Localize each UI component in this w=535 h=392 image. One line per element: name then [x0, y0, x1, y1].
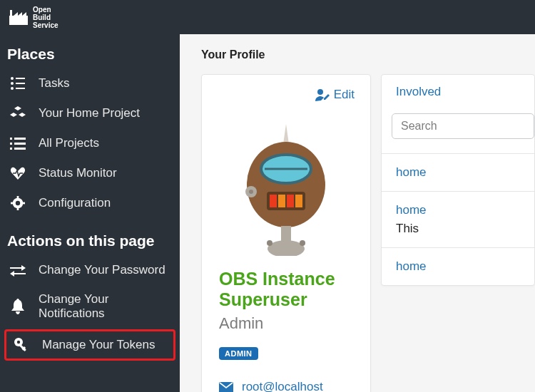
- svg-rect-39: [287, 195, 294, 207]
- sidebar-item-change-password[interactable]: Change Your Password: [0, 255, 180, 285]
- sidebar-section-places: Places: [0, 40, 180, 68]
- highlight-manage-tokens: Manage Your Tokens: [4, 329, 175, 361]
- app-logo-text: Open Build Service: [33, 6, 58, 29]
- svg-point-21: [16, 201, 20, 205]
- project-link[interactable]: home: [396, 165, 534, 180]
- svg-point-7: [11, 82, 14, 85]
- svg-rect-40: [295, 195, 302, 207]
- gear-icon: [10, 195, 26, 211]
- page-title: Your Profile: [201, 48, 535, 61]
- svg-marker-11: [14, 106, 21, 110]
- sidebar-item-label: Your Home Project: [39, 106, 140, 120]
- main-content: Your Profile Edit: [180, 34, 535, 392]
- svg-rect-15: [14, 138, 26, 140]
- svg-rect-6: [16, 78, 25, 79]
- sidebar-item-label: All Projects: [39, 136, 99, 150]
- sidebar-item-label: Configuration: [39, 196, 111, 210]
- topbar: Open Build Service: [0, 0, 535, 34]
- svg-rect-8: [16, 83, 25, 84]
- svg-marker-13: [19, 113, 26, 117]
- sidebar-item-label: Tasks: [39, 76, 69, 91]
- svg-point-44: [300, 240, 305, 246]
- exchange-icon: [10, 262, 26, 278]
- sidebar: Places Tasks Your Home Project All Proje…: [0, 34, 180, 392]
- heartbeat-icon: [10, 165, 26, 181]
- svg-rect-16: [10, 143, 12, 145]
- sidebar-item-change-notifications[interactable]: Change Your Notifications: [0, 285, 180, 328]
- svg-rect-24: [11, 202, 14, 205]
- svg-rect-10: [16, 88, 25, 89]
- cubes-icon: [10, 105, 26, 121]
- svg-rect-38: [278, 195, 285, 207]
- svg-point-46: [249, 190, 253, 194]
- sidebar-item-label: Change Your Notifications: [39, 292, 170, 321]
- sidebar-item-label: Status Monitor: [39, 166, 117, 180]
- sidebar-item-manage-tokens[interactable]: Manage Your Tokens: [6, 331, 173, 359]
- profile-email: root@localhost: [242, 380, 323, 392]
- sidebar-item-status-monitor[interactable]: Status Monitor: [0, 158, 180, 188]
- profile-display-name: OBS Instance Superuser: [219, 269, 353, 310]
- list-icon: [10, 135, 26, 151]
- user-edit-icon: [315, 88, 330, 101]
- svg-rect-14: [10, 138, 12, 140]
- svg-point-5: [11, 77, 14, 80]
- edit-label: Edit: [334, 88, 355, 102]
- svg-rect-19: [14, 148, 26, 150]
- sidebar-section-actions: Actions on this page: [0, 227, 180, 255]
- svg-marker-2: [14, 12, 18, 16]
- sidebar-item-all-projects[interactable]: All Projects: [0, 128, 180, 158]
- svg-marker-3: [18, 12, 22, 16]
- svg-rect-1: [10, 10, 12, 17]
- search-input[interactable]: [392, 113, 534, 139]
- svg-marker-4: [22, 12, 26, 16]
- sidebar-item-label: Manage Your Tokens: [42, 338, 155, 352]
- profile-username: Admin: [219, 314, 353, 333]
- sidebar-item-label: Change Your Password: [39, 263, 165, 277]
- list-item: home: [382, 247, 534, 285]
- role-badge: ADMIN: [219, 347, 258, 360]
- avatar: [219, 120, 353, 256]
- svg-rect-37: [270, 195, 277, 207]
- sidebar-item-home-project[interactable]: Your Home Project: [0, 98, 180, 128]
- bell-icon: [10, 299, 26, 314]
- profile-email-link[interactable]: root@localhost: [219, 380, 353, 392]
- list-item: home: [382, 153, 534, 191]
- svg-rect-23: [17, 207, 19, 210]
- svg-rect-22: [17, 196, 19, 199]
- svg-rect-18: [10, 148, 12, 150]
- svg-point-42: [268, 240, 305, 256]
- svg-rect-25: [22, 202, 25, 205]
- project-link[interactable]: home: [396, 203, 534, 217]
- sidebar-item-tasks[interactable]: Tasks: [0, 68, 180, 98]
- sidebar-item-configuration[interactable]: Configuration: [0, 188, 180, 218]
- tasks-icon: [10, 76, 26, 91]
- edit-profile-link[interactable]: Edit: [315, 88, 355, 102]
- project-link[interactable]: home: [396, 259, 534, 274]
- robot-avatar-icon: [225, 120, 347, 256]
- svg-point-30: [317, 89, 323, 95]
- app-logo[interactable]: Open Build Service: [9, 6, 58, 29]
- envelope-icon: [219, 382, 233, 393]
- factory-icon: [9, 9, 29, 26]
- project-desc: This: [396, 222, 534, 236]
- svg-point-27: [17, 341, 20, 344]
- tab-involved[interactable]: Involved: [382, 75, 534, 99]
- svg-point-9: [11, 87, 14, 90]
- svg-rect-17: [14, 143, 26, 145]
- involvement-card: Involved home home This home: [381, 74, 535, 286]
- svg-point-43: [267, 240, 272, 246]
- key-icon: [14, 337, 29, 353]
- list-item: home This: [382, 191, 534, 247]
- profile-card: Edit: [201, 74, 371, 392]
- svg-marker-12: [10, 113, 17, 117]
